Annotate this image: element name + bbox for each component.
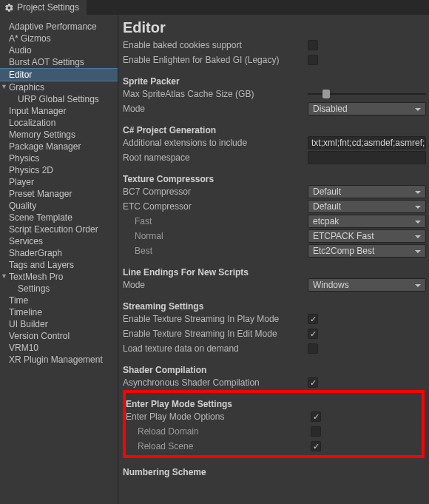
sidebar-item-xr-plugin-management[interactable]: XR Plugin Management: [0, 354, 118, 366]
sidebar-item-label: Scene Template: [9, 212, 72, 223]
sidebar-item-label: Services: [9, 236, 43, 246]
sidebar-item-label: Tags and Layers: [9, 260, 74, 270]
sidebar-item-urp-global-settings[interactable]: URP Global Settings: [0, 93, 118, 105]
sidebar-item-adaptive-performance[interactable]: Adaptive Performance: [0, 21, 118, 33]
slider-max-atlas-cache[interactable]: [308, 87, 426, 101]
label-load-on-demand: Load texture data on demand: [123, 343, 308, 354]
sidebar-item-label: Physics 2D: [9, 165, 53, 175]
sidebar-item-label: Player: [9, 177, 34, 187]
section-sprite-packer: Sprite Packer: [123, 67, 429, 87]
sidebar-item-label: UI Builder: [9, 319, 48, 329]
sidebar-item-a-gizmos[interactable]: A* Gizmos: [0, 33, 118, 44]
dropdown-sprite-mode[interactable]: Disabled: [308, 102, 426, 115]
sidebar-item-editor[interactable]: Editor: [0, 68, 118, 81]
sidebar-item-label: VRM10: [9, 343, 38, 353]
sidebar-item-timeline[interactable]: Timeline: [0, 306, 118, 318]
label-etc: ETC Compressor: [123, 201, 308, 212]
textfield-add-ext[interactable]: txt;xml;fnt;cd;asmdef;asmref;rsp: [308, 136, 426, 149]
sidebar-item-settings[interactable]: Settings: [0, 283, 118, 295]
sidebar-item-quality[interactable]: Quality: [0, 200, 118, 212]
label-stream-edit: Enable Texture Streaming In Edit Mode: [123, 329, 308, 339]
gear-icon: [4, 3, 14, 13]
sidebar-item-label: Localization: [9, 118, 55, 128]
checkbox-load-on-demand[interactable]: [308, 343, 318, 354]
content-area: Editor Enable baked cookies support Enab…: [118, 15, 429, 504]
sidebar-item-label: Settings: [18, 283, 50, 294]
sidebar-item-label: Preset Manager: [9, 189, 72, 199]
checkbox-enlighten-legacy[interactable]: [308, 55, 318, 65]
sidebar-item-shadergraph[interactable]: ShaderGraph: [0, 247, 118, 259]
sidebar-item-preset-manager[interactable]: Preset Manager: [0, 188, 118, 200]
dropdown-etc-fast[interactable]: etcpak: [308, 215, 426, 228]
sidebar-item-scene-template[interactable]: Scene Template: [0, 212, 118, 224]
window-title: Project Settings: [17, 2, 79, 13]
sidebar-item-label: Timeline: [9, 307, 42, 317]
textfield-root-ns[interactable]: [308, 151, 426, 164]
sidebar-item-label: Adaptive Performance: [9, 21, 97, 32]
sidebar-item-time[interactable]: Time: [0, 295, 118, 306]
section-numbering: Numbering Scheme: [123, 458, 429, 477]
sidebar-item-physics[interactable]: Physics: [0, 152, 118, 164]
sidebar-item-graphics[interactable]: ▼Graphics: [0, 81, 118, 93]
checkbox-playmode-opts[interactable]: [311, 411, 321, 422]
sidebar-item-label: Editor: [9, 70, 32, 80]
checkbox-stream-edit[interactable]: [308, 329, 318, 339]
section-texcomp: Texture Compressors: [123, 165, 429, 184]
label-async-shader: Asynchronous Shader Compilation: [123, 377, 308, 388]
sidebar-item-physics-2d[interactable]: Physics 2D: [0, 164, 118, 176]
sidebar-item-label: Time: [9, 295, 28, 306]
sidebar-item-label: Memory Settings: [9, 130, 75, 140]
section-line-endings: Line Endings For New Scripts: [123, 258, 429, 278]
sidebar-item-tags-and-layers[interactable]: Tags and Layers: [0, 259, 118, 271]
sidebar-item-localization[interactable]: Localization: [0, 117, 118, 129]
label-sprite-mode: Mode: [123, 104, 308, 114]
section-playmode: Enter Play Mode Settings: [126, 394, 422, 409]
label-baked-cookies: Enable baked cookies support: [123, 40, 308, 50]
sidebar-item-vrm10[interactable]: VRM10: [0, 342, 118, 354]
label-etc-normal: Normal: [123, 231, 308, 241]
checkbox-reload-domain[interactable]: [311, 426, 321, 437]
label-bc7: BC7 Compressor: [123, 187, 308, 197]
sidebar-item-label: Quality: [9, 201, 36, 211]
sidebar-item-textmesh-pro[interactable]: ▼TextMesh Pro: [0, 271, 118, 283]
sidebar-item-script-execution-order[interactable]: Script Execution Order: [0, 224, 118, 235]
checkbox-async-shader[interactable]: [308, 377, 318, 388]
label-root-ns: Root namespace: [123, 152, 308, 163]
dropdown-bc7[interactable]: Default: [308, 185, 426, 198]
checkbox-reload-scene[interactable]: [311, 441, 321, 451]
window-tab[interactable]: Project Settings: [0, 0, 87, 15]
label-add-ext: Additional extensions to include: [123, 138, 308, 148]
dropdown-line-mode[interactable]: Windows: [308, 278, 426, 292]
sidebar-item-label: Version Control: [9, 331, 70, 341]
sidebar-item-services[interactable]: Services: [0, 235, 118, 247]
expander-icon[interactable]: ▼: [1, 272, 7, 280]
sidebar-item-ui-builder[interactable]: UI Builder: [0, 318, 118, 330]
dropdown-etc[interactable]: Default: [308, 200, 426, 213]
dropdown-etc-best[interactable]: Etc2Comp Best: [308, 244, 426, 258]
page-title: Editor: [123, 15, 429, 38]
expander-icon[interactable]: ▼: [1, 83, 7, 90]
label-reload-scene: Reload Scene: [126, 441, 311, 451]
sidebar-item-audio[interactable]: Audio: [0, 44, 118, 56]
label-line-mode: Mode: [123, 280, 308, 290]
tab-bar: Project Settings: [0, 0, 429, 15]
sidebar-item-label: Audio: [9, 45, 32, 56]
sidebar-item-memory-settings[interactable]: Memory Settings: [0, 129, 118, 141]
sidebar-item-label: TextMesh Pro: [9, 272, 63, 282]
sidebar-item-version-control[interactable]: Version Control: [0, 330, 118, 342]
highlight-playmode: Enter Play Mode Settings Enter Play Mode…: [123, 390, 425, 458]
sidebar-item-input-manager[interactable]: Input Manager: [0, 105, 118, 117]
sidebar-item-package-manager[interactable]: Package Manager: [0, 141, 118, 152]
checkbox-baked-cookies[interactable]: [308, 40, 318, 50]
checkbox-stream-play[interactable]: [308, 314, 318, 324]
sidebar-item-player[interactable]: Player: [0, 176, 118, 188]
label-etc-fast: Fast: [123, 216, 308, 226]
sidebar-item-burst-aot-settings[interactable]: Burst AOT Settings: [0, 56, 118, 68]
sidebar-item-label: Burst AOT Settings: [9, 57, 84, 67]
label-stream-play: Enable Texture Streaming In Play Mode: [123, 314, 308, 324]
section-csproj: C# Project Generation: [123, 116, 429, 135]
section-shader: Shader Compilation: [123, 356, 429, 375]
sidebar-item-label: XR Plugin Management: [9, 355, 103, 365]
dropdown-etc-normal[interactable]: ETCPACK Fast: [308, 229, 426, 243]
sidebar-item-label: Graphics: [9, 82, 44, 93]
